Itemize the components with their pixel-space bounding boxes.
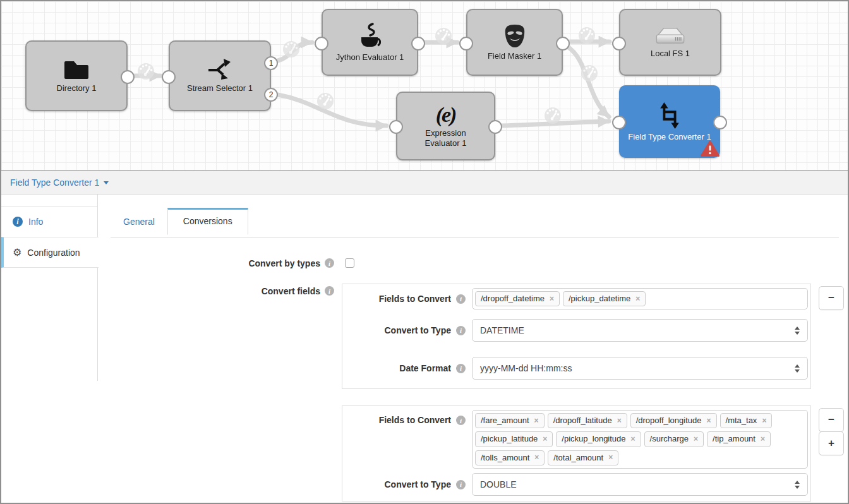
remove-field-icon[interactable]: ×: [543, 435, 547, 444]
sidebar-item-label: Info: [28, 217, 43, 227]
output-port[interactable]: [713, 116, 727, 129]
stage-field-masker[interactable]: Field Masker 1: [466, 9, 563, 76]
info-tooltip-icon[interactable]: [456, 294, 466, 304]
selected-type-value: DOUBLE: [480, 479, 795, 489]
input-port[interactable]: [389, 120, 403, 134]
fields-to-convert-input[interactable]: /dropoff_datetime×/pickup_datetime×: [472, 288, 808, 309]
field-chip-label: /tip_amount: [713, 434, 756, 444]
add-conversion-button[interactable]: +: [819, 431, 844, 455]
date-format-select[interactable]: yyyy-MM-dd HH:mm:ss: [472, 357, 808, 380]
field-chip-label: /fare_amount: [481, 416, 529, 426]
field-chip-label: /mta_tax: [726, 416, 757, 426]
field-chip: /pickup_longitude×: [556, 431, 641, 447]
convert-to-type-row: Convert to Type DOUBLE: [342, 473, 808, 496]
remove-field-icon[interactable]: ×: [631, 435, 635, 444]
fields-to-convert-label: Fields to Convert: [342, 294, 451, 304]
stage-stream-selector[interactable]: Stream Selector 1 1 2: [169, 40, 271, 111]
stage-label: Local FS 1: [651, 49, 690, 59]
stage-directory[interactable]: Directory 1: [25, 40, 128, 111]
remove-field-icon[interactable]: ×: [534, 416, 539, 426]
stage-label: Expression Evaluator 1: [411, 128, 481, 148]
field-chip: /surcharge×: [644, 431, 704, 447]
field-chip-label: /tolls_amount: [481, 453, 529, 463]
select-stepper-icon: [795, 481, 800, 489]
fields-to-convert-row: Fields to Convert /fare_amount×/dropoff_…: [342, 410, 808, 469]
output-port[interactable]: [411, 37, 425, 51]
stage-expression-evaluator[interactable]: Expression Evaluator 1: [396, 92, 495, 160]
pipeline-canvas[interactable]: Directory 1 Stream Selector 1 1 2: [1, 1, 848, 171]
stage-label: Stream Selector 1: [187, 83, 253, 93]
field-chip: /pickup_datetime×: [563, 291, 646, 306]
convert-by-types-checkbox[interactable]: [345, 258, 354, 268]
link-gauge-icon: [283, 41, 299, 57]
output-port-number: 1: [269, 59, 274, 68]
output-port[interactable]: [488, 120, 502, 134]
convert-to-type-label: Convert to Type: [342, 325, 451, 335]
field-chip-label: /dropoff_datetime: [481, 294, 545, 304]
output-port-1[interactable]: 1: [264, 56, 278, 70]
error-warning-icon[interactable]: [700, 140, 720, 160]
input-port[interactable]: [612, 116, 626, 129]
info-tooltip-icon[interactable]: [325, 286, 334, 296]
mask-icon: [503, 23, 527, 49]
remove-field-icon[interactable]: ×: [694, 435, 698, 444]
remove-field-icon[interactable]: ×: [762, 416, 766, 426]
tab-conversions[interactable]: Conversions: [167, 208, 248, 235]
input-port[interactable]: [459, 37, 473, 51]
field-chip: /total_amount×: [548, 450, 618, 465]
field-chip-label: /pickup_latitude: [481, 434, 538, 444]
convert-to-type-select[interactable]: DATETIME: [472, 319, 808, 342]
info-tooltip-icon[interactable]: [456, 416, 466, 425]
sidebar-item-configuration[interactable]: Configuration: [1, 237, 99, 268]
chevron-down-icon: [104, 181, 109, 184]
stage-selector-dropdown[interactable]: Field Type Converter 1: [10, 177, 109, 188]
input-port[interactable]: [162, 70, 176, 84]
output-port-number: 2: [269, 90, 274, 99]
remove-field-icon[interactable]: ×: [617, 416, 622, 426]
field-chip-label: /surcharge: [650, 434, 689, 444]
remove-conversion-button[interactable]: −: [819, 408, 844, 432]
info-tooltip-icon[interactable]: [456, 364, 466, 373]
field-chip-label: /total_amount: [553, 453, 603, 463]
fields-to-convert-label: Fields to Convert: [342, 410, 451, 425]
remove-field-icon[interactable]: ×: [550, 294, 554, 304]
remove-field-icon[interactable]: ×: [761, 435, 765, 444]
convert-by-types-label: Convert by types: [181, 258, 320, 268]
convert-to-type-select[interactable]: DOUBLE: [472, 473, 808, 496]
sidebar-item-info[interactable]: Info: [1, 206, 97, 237]
input-port[interactable]: [315, 37, 328, 51]
pipeline-link[interactable]: [567, 46, 609, 117]
stage-jython-evaluator[interactable]: Jython Evaluator 1: [322, 9, 418, 76]
info-tooltip-icon[interactable]: [456, 326, 466, 335]
remove-field-icon[interactable]: ×: [635, 294, 640, 304]
output-port[interactable]: [121, 70, 135, 84]
output-port-2[interactable]: 2: [264, 88, 278, 102]
info-tooltip-icon[interactable]: [456, 480, 466, 489]
fields-to-convert-row: Fields to Convert /dropoff_datetime×/pic…: [342, 288, 808, 309]
select-stepper-icon: [795, 364, 800, 373]
coffee-cup-icon: [355, 22, 385, 50]
fields-to-convert-input[interactable]: /fare_amount×/dropoff_latitude×/dropoff_…: [472, 410, 808, 469]
config-sidebar: Info Configuration: [1, 195, 98, 381]
convert-to-type-row: Convert to Type DATETIME: [342, 319, 808, 342]
field-chip-label: /pickup_datetime: [569, 294, 630, 304]
tabbar-rule: [111, 237, 839, 238]
remove-field-icon[interactable]: ×: [608, 453, 613, 462]
link-gauge-icon: [138, 63, 154, 80]
output-port[interactable]: [556, 37, 570, 51]
info-tooltip-icon[interactable]: [325, 258, 334, 268]
input-port[interactable]: [612, 37, 626, 51]
remove-field-icon[interactable]: ×: [707, 416, 711, 426]
stage-label: Jython Evaluator 1: [336, 52, 404, 63]
config-tabbar: General Conversions: [111, 208, 248, 234]
stage-local-fs[interactable]: Local FS 1: [619, 9, 721, 76]
stage-label: Field Masker 1: [488, 51, 541, 61]
remove-field-icon[interactable]: ×: [534, 453, 539, 462]
field-chip: /dropoff_datetime×: [475, 291, 560, 306]
selected-type-value: DATETIME: [480, 325, 795, 335]
tab-general[interactable]: General: [111, 208, 167, 234]
stage-config-header: Field Type Converter 1: [1, 171, 848, 195]
remove-conversion-button[interactable]: −: [819, 286, 844, 310]
stage-field-type-converter[interactable]: Field Type Converter 1: [619, 85, 720, 158]
link-gauge-icon: [435, 28, 452, 44]
